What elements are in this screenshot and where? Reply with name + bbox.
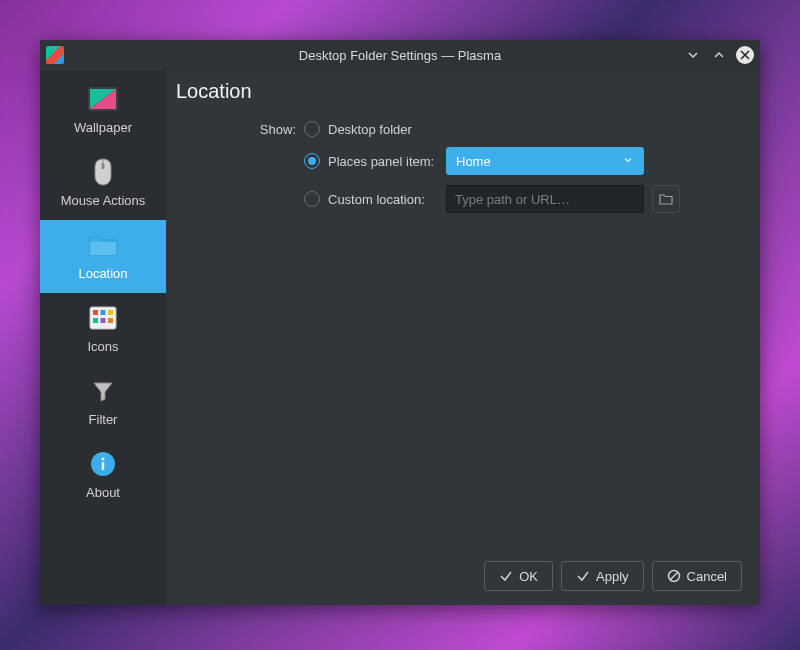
svg-rect-9 <box>93 310 98 315</box>
cancel-icon <box>667 569 681 583</box>
svg-rect-12 <box>93 318 98 323</box>
sidebar-item-label: Wallpaper <box>74 120 132 135</box>
places-combo[interactable]: Home <box>446 147 644 175</box>
cancel-button-label: Cancel <box>687 569 727 584</box>
sidebar-item-label: Location <box>78 266 127 281</box>
sidebar-item-label: Icons <box>87 339 118 354</box>
sidebar-item-icons[interactable]: Icons <box>40 293 166 366</box>
icons-icon <box>88 303 118 333</box>
app-icon <box>46 46 64 64</box>
info-icon <box>88 449 118 479</box>
dialog-footer: OK Apply Cancel <box>176 557 742 591</box>
svg-rect-6 <box>102 163 105 169</box>
svg-rect-7 <box>90 242 116 255</box>
funnel-icon <box>88 376 118 406</box>
titlebar-controls <box>684 46 754 64</box>
browse-button[interactable] <box>652 185 680 213</box>
content-pane: Location Show: Desktop folder Places pan… <box>166 70 760 605</box>
svg-rect-13 <box>101 318 106 323</box>
radio-places-panel[interactable] <box>304 153 320 169</box>
folder-open-icon <box>659 193 673 205</box>
sidebar-item-wallpaper[interactable]: Wallpaper <box>40 74 166 147</box>
row-custom-location: Custom location: <box>176 185 742 213</box>
check-icon <box>499 569 513 583</box>
svg-rect-10 <box>101 310 106 315</box>
ok-button-label: OK <box>519 569 538 584</box>
mouse-icon <box>88 157 118 187</box>
svg-rect-14 <box>108 318 113 323</box>
ok-button[interactable]: OK <box>484 561 553 591</box>
custom-location-input[interactable] <box>446 185 644 213</box>
radio-desktop-folder[interactable] <box>304 121 320 137</box>
sidebar-item-label: Filter <box>89 412 118 427</box>
minimize-button[interactable] <box>684 46 702 64</box>
check-icon <box>576 569 590 583</box>
svg-line-19 <box>670 572 678 580</box>
radio-places-panel-label[interactable]: Places panel item: <box>328 154 438 169</box>
sidebar-item-about[interactable]: About <box>40 439 166 512</box>
svg-rect-17 <box>102 462 104 470</box>
chevron-down-icon <box>622 154 634 169</box>
svg-rect-11 <box>108 310 113 315</box>
folder-icon <box>88 230 118 260</box>
show-label: Show: <box>176 122 296 137</box>
wallpaper-icon <box>88 84 118 114</box>
close-button[interactable] <box>736 46 754 64</box>
page-title: Location <box>176 80 742 103</box>
window-body: Wallpaper Mouse Actions Location Icons <box>40 70 760 605</box>
row-places-panel: Places panel item: Home <box>176 147 742 175</box>
places-combo-value: Home <box>456 154 491 169</box>
location-form: Show: Desktop folder Places panel item: … <box>176 121 742 557</box>
radio-desktop-folder-label[interactable]: Desktop folder <box>328 122 438 137</box>
sidebar-item-mouse-actions[interactable]: Mouse Actions <box>40 147 166 220</box>
row-desktop-folder: Show: Desktop folder <box>176 121 742 137</box>
sidebar-item-location[interactable]: Location <box>40 220 166 293</box>
sidebar-item-label: About <box>86 485 120 500</box>
svg-point-16 <box>102 458 105 461</box>
radio-custom-location-label[interactable]: Custom location: <box>328 192 438 207</box>
maximize-button[interactable] <box>710 46 728 64</box>
titlebar[interactable]: Desktop Folder Settings — Plasma <box>40 40 760 70</box>
apply-button[interactable]: Apply <box>561 561 644 591</box>
settings-window: Desktop Folder Settings — Plasma Wallpap… <box>40 40 760 605</box>
sidebar: Wallpaper Mouse Actions Location Icons <box>40 70 166 605</box>
sidebar-item-label: Mouse Actions <box>61 193 146 208</box>
sidebar-item-filter[interactable]: Filter <box>40 366 166 439</box>
radio-custom-location[interactable] <box>304 191 320 207</box>
window-title: Desktop Folder Settings — Plasma <box>40 48 760 63</box>
apply-button-label: Apply <box>596 569 629 584</box>
cancel-button[interactable]: Cancel <box>652 561 742 591</box>
